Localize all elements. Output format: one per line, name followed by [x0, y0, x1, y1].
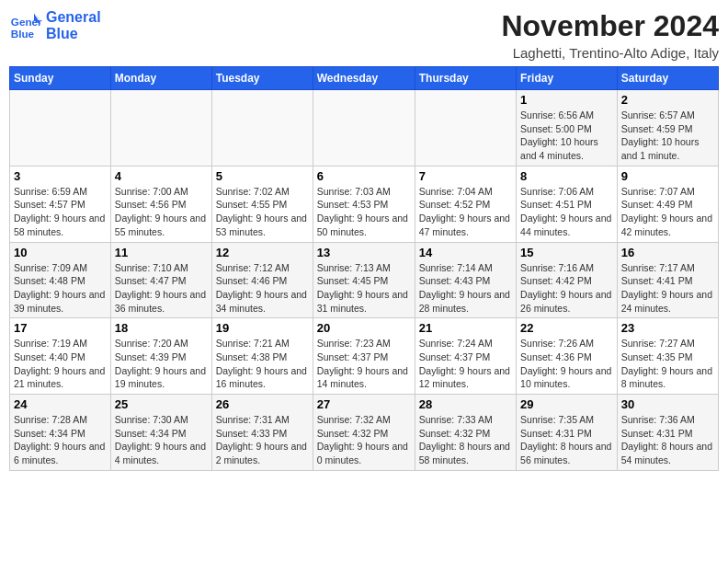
- day-cell: 12Sunrise: 7:12 AM Sunset: 4:46 PM Dayli…: [211, 242, 313, 318]
- day-number: 18: [115, 321, 208, 335]
- day-info: Sunrise: 6:59 AM Sunset: 4:57 PM Dayligh…: [14, 185, 107, 239]
- day-number: 27: [317, 397, 411, 411]
- day-number: 16: [621, 246, 714, 259]
- day-cell: 9Sunrise: 7:07 AM Sunset: 4:49 PM Daylig…: [617, 166, 718, 242]
- header-day-sunday: Sunday: [10, 67, 111, 90]
- day-number: 13: [317, 246, 411, 259]
- header-day-monday: Monday: [110, 67, 211, 90]
- day-info: Sunrise: 7:36 AM Sunset: 4:31 PM Dayligh…: [621, 413, 714, 467]
- day-cell: 15Sunrise: 7:16 AM Sunset: 4:42 PM Dayli…: [517, 242, 618, 318]
- day-number: 24: [14, 397, 107, 411]
- calendar-header: SundayMondayTuesdayWednesdayThursdayFrid…: [10, 67, 719, 90]
- day-number: 26: [216, 397, 309, 411]
- day-cell: 23Sunrise: 7:27 AM Sunset: 4:35 PM Dayli…: [617, 318, 718, 395]
- day-number: 4: [115, 169, 208, 183]
- day-number: 14: [419, 246, 512, 259]
- day-cell: 30Sunrise: 7:36 AM Sunset: 4:31 PM Dayli…: [617, 395, 718, 471]
- day-cell: 26Sunrise: 7:31 AM Sunset: 4:33 PM Dayli…: [211, 395, 313, 471]
- day-cell: 21Sunrise: 7:24 AM Sunset: 4:37 PM Dayli…: [415, 318, 516, 395]
- day-cell: 28Sunrise: 7:33 AM Sunset: 4:32 PM Dayli…: [415, 395, 516, 471]
- day-info: Sunrise: 7:30 AM Sunset: 4:34 PM Dayligh…: [115, 413, 208, 467]
- day-info: Sunrise: 7:14 AM Sunset: 4:43 PM Dayligh…: [419, 261, 512, 316]
- day-number: 9: [621, 169, 714, 183]
- day-number: 3: [14, 169, 107, 183]
- day-number: 15: [520, 246, 613, 259]
- day-number: 21: [419, 321, 512, 335]
- day-info: Sunrise: 7:33 AM Sunset: 4:32 PM Dayligh…: [419, 413, 512, 467]
- day-cell: [313, 90, 415, 167]
- day-cell: 14Sunrise: 7:14 AM Sunset: 4:43 PM Dayli…: [415, 242, 516, 318]
- day-info: Sunrise: 7:26 AM Sunset: 4:36 PM Dayligh…: [520, 337, 613, 391]
- logo-text: General Blue: [46, 9, 101, 41]
- day-number: 5: [216, 169, 309, 183]
- logo: General Blue General Blue: [9, 9, 101, 42]
- day-number: 23: [621, 321, 714, 335]
- day-info: Sunrise: 7:19 AM Sunset: 4:40 PM Dayligh…: [14, 337, 107, 391]
- day-info: Sunrise: 7:13 AM Sunset: 4:45 PM Dayligh…: [317, 261, 411, 316]
- day-cell: 27Sunrise: 7:32 AM Sunset: 4:32 PM Dayli…: [313, 395, 415, 471]
- svg-text:Blue: Blue: [11, 28, 35, 40]
- day-number: 29: [520, 397, 613, 411]
- day-cell: 13Sunrise: 7:13 AM Sunset: 4:45 PM Dayli…: [313, 242, 415, 318]
- day-number: 20: [317, 321, 411, 335]
- day-cell: [10, 90, 111, 167]
- day-info: Sunrise: 6:56 AM Sunset: 5:00 PM Dayligh…: [520, 109, 613, 163]
- day-number: 30: [621, 397, 714, 411]
- day-number: 1: [520, 93, 613, 107]
- header: General Blue General Blue November 2024 …: [9, 9, 719, 61]
- day-info: Sunrise: 7:07 AM Sunset: 4:49 PM Dayligh…: [621, 185, 714, 239]
- day-info: Sunrise: 7:00 AM Sunset: 4:56 PM Dayligh…: [115, 185, 208, 239]
- week-row-2: 3Sunrise: 6:59 AM Sunset: 4:57 PM Daylig…: [10, 166, 719, 242]
- day-cell: 22Sunrise: 7:26 AM Sunset: 4:36 PM Dayli…: [517, 318, 618, 395]
- day-cell: [110, 90, 211, 167]
- day-cell: [211, 90, 313, 167]
- day-info: Sunrise: 7:21 AM Sunset: 4:38 PM Dayligh…: [216, 337, 309, 391]
- day-info: Sunrise: 7:04 AM Sunset: 4:52 PM Dayligh…: [419, 185, 512, 239]
- day-cell: 2Sunrise: 6:57 AM Sunset: 4:59 PM Daylig…: [617, 90, 718, 167]
- week-row-3: 10Sunrise: 7:09 AM Sunset: 4:48 PM Dayli…: [10, 242, 719, 318]
- logo-icon: General Blue: [9, 9, 42, 42]
- day-cell: 16Sunrise: 7:17 AM Sunset: 4:41 PM Dayli…: [617, 242, 718, 318]
- location-title: Laghetti, Trentino-Alto Adige, Italy: [501, 45, 719, 61]
- day-info: Sunrise: 7:09 AM Sunset: 4:48 PM Dayligh…: [14, 261, 107, 316]
- day-cell: [415, 90, 516, 167]
- day-cell: 24Sunrise: 7:28 AM Sunset: 4:34 PM Dayli…: [10, 395, 111, 471]
- day-cell: 10Sunrise: 7:09 AM Sunset: 4:48 PM Dayli…: [10, 242, 111, 318]
- day-number: 2: [621, 93, 714, 107]
- day-info: Sunrise: 7:31 AM Sunset: 4:33 PM Dayligh…: [216, 413, 309, 467]
- day-info: Sunrise: 7:17 AM Sunset: 4:41 PM Dayligh…: [621, 261, 714, 316]
- header-day-friday: Friday: [517, 67, 618, 90]
- header-day-thursday: Thursday: [415, 67, 516, 90]
- day-info: Sunrise: 7:24 AM Sunset: 4:37 PM Dayligh…: [419, 337, 512, 391]
- day-number: 11: [115, 246, 208, 259]
- title-area: November 2024 Laghetti, Trentino-Alto Ad…: [501, 9, 719, 61]
- day-cell: 11Sunrise: 7:10 AM Sunset: 4:47 PM Dayli…: [110, 242, 211, 318]
- day-number: 7: [419, 169, 512, 183]
- week-row-5: 24Sunrise: 7:28 AM Sunset: 4:34 PM Dayli…: [10, 395, 719, 471]
- day-info: Sunrise: 7:12 AM Sunset: 4:46 PM Dayligh…: [216, 261, 309, 316]
- day-number: 8: [520, 169, 613, 183]
- day-cell: 4Sunrise: 7:00 AM Sunset: 4:56 PM Daylig…: [110, 166, 211, 242]
- day-cell: 1Sunrise: 6:56 AM Sunset: 5:00 PM Daylig…: [517, 90, 618, 167]
- day-info: Sunrise: 6:57 AM Sunset: 4:59 PM Dayligh…: [621, 109, 714, 163]
- day-info: Sunrise: 7:27 AM Sunset: 4:35 PM Dayligh…: [621, 337, 714, 391]
- day-cell: 3Sunrise: 6:59 AM Sunset: 4:57 PM Daylig…: [10, 166, 111, 242]
- day-cell: 7Sunrise: 7:04 AM Sunset: 4:52 PM Daylig…: [415, 166, 516, 242]
- day-cell: 17Sunrise: 7:19 AM Sunset: 4:40 PM Dayli…: [10, 318, 111, 395]
- day-info: Sunrise: 7:16 AM Sunset: 4:42 PM Dayligh…: [520, 261, 613, 316]
- day-cell: 20Sunrise: 7:23 AM Sunset: 4:37 PM Dayli…: [313, 318, 415, 395]
- day-number: 25: [115, 397, 208, 411]
- week-row-4: 17Sunrise: 7:19 AM Sunset: 4:40 PM Dayli…: [10, 318, 719, 395]
- header-day-tuesday: Tuesday: [211, 67, 313, 90]
- day-number: 22: [520, 321, 613, 335]
- day-cell: 18Sunrise: 7:20 AM Sunset: 4:39 PM Dayli…: [110, 318, 211, 395]
- day-number: 12: [216, 246, 309, 259]
- day-cell: 29Sunrise: 7:35 AM Sunset: 4:31 PM Dayli…: [517, 395, 618, 471]
- day-info: Sunrise: 7:28 AM Sunset: 4:34 PM Dayligh…: [14, 413, 107, 467]
- day-cell: 8Sunrise: 7:06 AM Sunset: 4:51 PM Daylig…: [517, 166, 618, 242]
- day-info: Sunrise: 7:32 AM Sunset: 4:32 PM Dayligh…: [317, 413, 411, 467]
- day-info: Sunrise: 7:02 AM Sunset: 4:55 PM Dayligh…: [216, 185, 309, 239]
- day-info: Sunrise: 7:35 AM Sunset: 4:31 PM Dayligh…: [520, 413, 613, 467]
- day-cell: 5Sunrise: 7:02 AM Sunset: 4:55 PM Daylig…: [211, 166, 313, 242]
- day-number: 6: [317, 169, 411, 183]
